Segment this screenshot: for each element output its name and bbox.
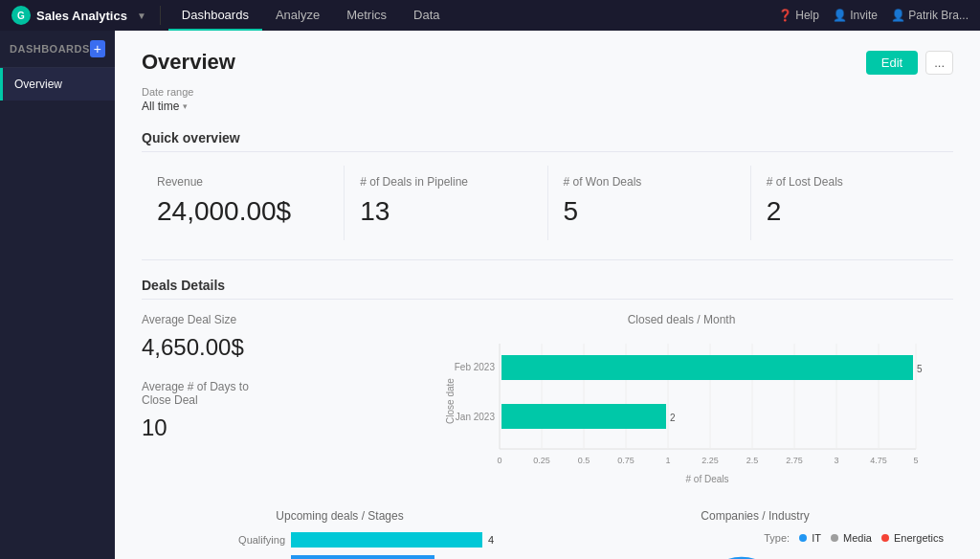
page-header: Overview Edit ... <box>142 50 953 75</box>
main-content: Overview Edit ... Date range All time ▾ … <box>115 31 980 559</box>
pie-chart-container: 5 <box>557 549 953 559</box>
sidebar-header: DASHBOARDS + <box>0 31 115 68</box>
svg-text:3: 3 <box>834 456 838 465</box>
app-title: Sales Analytics <box>36 9 127 23</box>
svg-text:2.75: 2.75 <box>786 456 803 465</box>
invite-link[interactable]: 👤 Invite <box>833 9 878 22</box>
pie-legend: Type: IT Media Energetics <box>557 532 953 544</box>
legend-energetics-dot <box>881 534 889 542</box>
svg-text:5: 5 <box>917 364 923 374</box>
nav-tab-metrics[interactable]: Metrics <box>333 0 400 31</box>
closed-deals-chart: Closed deals / Month <box>410 313 953 490</box>
svg-rect-16 <box>501 404 666 429</box>
page-title: Overview <box>142 50 235 75</box>
nav-tabs: Dashboards Analyze Metrics Data <box>168 0 454 31</box>
add-dashboard-button[interactable]: + <box>90 40 105 57</box>
deals-details-content: Average Deal Size 4,650.00$ Average # of… <box>142 313 953 490</box>
layout: DASHBOARDS + Overview Overview Edit ... … <box>0 31 980 559</box>
nav-right: ❓ Help 👤 Invite 👤 Patrik Bra... <box>778 9 969 22</box>
metric-won: # of Won Deals 5 <box>547 166 750 240</box>
deals-details-title: Deals Details <box>142 278 953 300</box>
pie-chart-svg: 5 <box>688 549 822 559</box>
metric-lost-value: 2 <box>767 196 938 227</box>
avg-deal-size-value: 4,650.00$ <box>142 334 410 361</box>
svg-text:2.25: 2.25 <box>702 456 719 465</box>
svg-text:0: 0 <box>497 456 501 465</box>
metric-revenue-value: 24,000.00$ <box>157 196 328 227</box>
svg-text:Jan 2023: Jan 2023 <box>456 412 496 422</box>
svg-text:2: 2 <box>670 413 676 423</box>
nav-tab-analyze[interactable]: Analyze <box>262 0 333 31</box>
metric-lost-label: # of Lost Deals <box>767 175 938 189</box>
help-link[interactable]: ❓ Help <box>778 9 819 22</box>
upcoming-stages-chart: Upcoming deals / Stages Qualifying 4 Pro… <box>142 509 538 559</box>
legend-type-label: Type: <box>764 532 790 544</box>
metric-won-label: # of Won Deals <box>564 175 735 189</box>
avg-days-close-card: Average # of Days to Close Deal 10 <box>142 380 410 441</box>
metric-pipeline-value: 13 <box>360 196 531 227</box>
more-button[interactable]: ... <box>925 51 953 75</box>
date-range-value[interactable]: All time ▾ <box>142 100 953 113</box>
top-nav: G Sales Analytics ▼ Dashboards Analyze M… <box>0 0 980 31</box>
metric-pipeline-label: # of Deals in Pipeline <box>360 175 531 189</box>
bottom-section: Upcoming deals / Stages Qualifying 4 Pro… <box>142 509 953 559</box>
date-range-section: Date range All time ▾ <box>142 86 953 113</box>
stage-qualifying-label: Qualifying <box>161 534 285 546</box>
nav-tab-dashboards[interactable]: Dashboards <box>168 0 262 31</box>
legend-media-dot <box>831 534 838 542</box>
svg-text:# of Deals: # of Deals <box>685 474 728 484</box>
date-range-label: Date range <box>142 86 953 98</box>
edit-button[interactable]: Edit <box>866 51 918 75</box>
svg-text:1: 1 <box>665 456 670 465</box>
upcoming-stages-title: Upcoming deals / Stages <box>142 509 538 523</box>
stage-prospecting: Prospecting 3 <box>161 555 538 559</box>
svg-text:Feb 2023: Feb 2023 <box>455 362 496 372</box>
svg-text:Close date: Close date <box>445 378 456 424</box>
stages-bars: Qualifying 4 Prospecting 3 <box>142 532 538 559</box>
metric-revenue: Revenue 24,000.00$ <box>142 166 344 240</box>
avg-days-value: 10 <box>142 414 410 441</box>
avg-deal-size-card: Average Deal Size 4,650.00$ <box>142 313 410 361</box>
companies-industry-title: Companies / Industry <box>557 509 953 523</box>
svg-text:0.75: 0.75 <box>617 456 635 465</box>
stage-qualifying: Qualifying 4 <box>161 532 538 548</box>
svg-text:0.5: 0.5 <box>578 456 590 465</box>
app-chevron[interactable]: ▼ <box>133 11 150 21</box>
sidebar: DASHBOARDS + Overview <box>0 31 115 559</box>
svg-text:5: 5 <box>913 456 918 465</box>
nav-tab-data[interactable]: Data <box>400 0 453 31</box>
stage-qualifying-bar <box>291 532 482 548</box>
stage-qualifying-value: 4 <box>488 534 494 546</box>
date-caret-icon: ▾ <box>183 101 188 111</box>
sidebar-item-overview[interactable]: Overview <box>0 68 115 101</box>
sidebar-title: DASHBOARDS <box>10 43 90 55</box>
deals-details-section: Deals Details Average Deal Size 4,650.00… <box>142 278 953 490</box>
section-divider <box>142 259 953 260</box>
svg-rect-14 <box>501 355 913 380</box>
user-menu[interactable]: 👤 Patrik Bra... <box>891 9 969 22</box>
quick-overview-metrics: Revenue 24,000.00$ # of Deals in Pipelin… <box>142 166 953 240</box>
metric-pipeline: # of Deals in Pipeline 13 <box>344 166 546 240</box>
deals-left-metrics: Average Deal Size 4,650.00$ Average # of… <box>142 313 410 441</box>
legend-media: Media <box>831 532 872 544</box>
stage-prospecting-bar <box>291 555 434 559</box>
logo-area: G Sales Analytics ▼ <box>11 6 161 25</box>
app-logo: G <box>11 6 31 25</box>
avg-days-label: Average # of Days to Close Deal <box>142 380 256 407</box>
closed-deals-svg: Feb 2023 Jan 2023 5 2 0 0.25 0.5 0. <box>410 334 953 487</box>
svg-text:0.25: 0.25 <box>533 456 550 465</box>
header-actions: Edit ... <box>866 51 953 75</box>
metric-lost: # of Lost Deals 2 <box>750 166 953 240</box>
stage-prospecting-bar-wrap <box>291 555 482 559</box>
legend-it-dot <box>799 534 807 542</box>
svg-text:2.5: 2.5 <box>746 456 759 465</box>
companies-industry-chart: Companies / Industry Type: IT Media Ener… <box>557 509 953 559</box>
metric-won-value: 5 <box>564 196 735 227</box>
metric-revenue-label: Revenue <box>157 175 328 189</box>
stage-qualifying-bar-wrap <box>291 532 482 548</box>
quick-overview-title: Quick overview <box>142 130 953 152</box>
closed-chart-title: Closed deals / Month <box>410 313 953 326</box>
quick-overview-section: Quick overview Revenue 24,000.00$ # of D… <box>142 130 953 240</box>
avg-deal-size-label: Average Deal Size <box>142 313 410 326</box>
legend-energetics: Energetics <box>881 532 944 544</box>
